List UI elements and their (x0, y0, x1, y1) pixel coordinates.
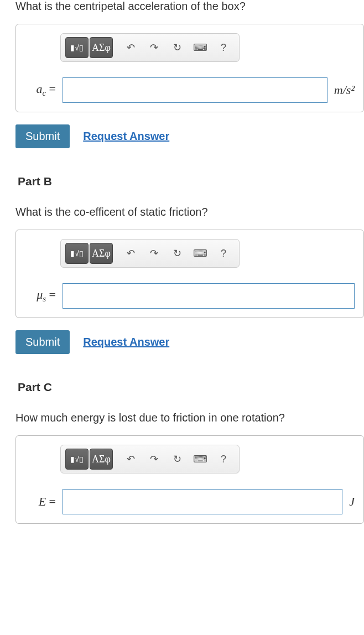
part-c-input[interactable] (63, 489, 342, 514)
keyboard-button[interactable]: ⌨ (189, 243, 211, 264)
sqrt-icon: ▮√▯ (70, 249, 84, 257)
template-button[interactable]: ▮√▯ (65, 37, 89, 58)
reset-button[interactable]: ↻ (166, 449, 188, 470)
undo-button[interactable]: ↶ (119, 449, 142, 470)
part-b-question: What is the co-efficent of static fricti… (15, 206, 364, 218)
part-a-submit-row: Submit Request Answer (15, 124, 364, 148)
part-a-input-row: ac = m/s² (25, 77, 355, 103)
part-a-unit: m/s² (334, 83, 355, 97)
undo-button[interactable]: ↶ (119, 37, 142, 58)
redo-button[interactable]: ↷ (143, 37, 165, 58)
help-button[interactable]: ? (212, 243, 235, 264)
greek-button[interactable]: ΑΣφ (90, 37, 113, 58)
part-c-unit: J (349, 495, 355, 509)
part-b-submit-row: Submit Request Answer (15, 330, 364, 354)
template-button[interactable]: ▮√▯ (65, 243, 89, 264)
redo-button[interactable]: ↷ (143, 243, 165, 264)
part-c-section: Part C How much energy is lost due to fr… (15, 381, 364, 524)
part-b-section: Part B What is the co-efficent of static… (15, 175, 364, 354)
part-b-answer-box: ▮√▯ ΑΣφ ↶ ↷ ↻ ⌨ ? μs = (15, 230, 364, 318)
part-b-input[interactable] (63, 283, 355, 309)
part-b-var-label: μs = (25, 288, 56, 304)
template-button[interactable]: ▮√▯ (65, 449, 89, 470)
undo-button[interactable]: ↶ (119, 243, 142, 264)
part-a-var-label: ac = (25, 82, 56, 98)
part-a-request-answer-link[interactable]: Request Answer (83, 130, 169, 143)
reset-button[interactable]: ↻ (166, 243, 188, 264)
part-a-question: What is the centripetal acceleration of … (15, 0, 364, 13)
part-b-input-row: μs = (25, 283, 355, 309)
sqrt-icon: ▮√▯ (70, 455, 84, 463)
reset-button[interactable]: ↻ (166, 37, 188, 58)
part-c-var-label: E = (25, 495, 56, 509)
part-b-request-answer-link[interactable]: Request Answer (83, 336, 169, 348)
part-b-header: Part B (18, 175, 364, 188)
greek-button[interactable]: ΑΣφ (90, 243, 113, 264)
redo-button[interactable]: ↷ (143, 449, 165, 470)
help-button[interactable]: ? (212, 449, 235, 470)
part-a-answer-box: ▮√▯ ΑΣφ ↶ ↷ ↻ ⌨ ? ac = m/s² (15, 24, 364, 112)
part-b-toolbar: ▮√▯ ΑΣφ ↶ ↷ ↻ ⌨ ? (60, 239, 240, 268)
part-a-input[interactable] (63, 77, 327, 103)
part-c-toolbar: ▮√▯ ΑΣφ ↶ ↷ ↻ ⌨ ? (60, 445, 240, 473)
help-button[interactable]: ? (212, 37, 235, 58)
keyboard-button[interactable]: ⌨ (189, 37, 211, 58)
part-c-answer-box: ▮√▯ ΑΣφ ↶ ↷ ↻ ⌨ ? E = J (15, 435, 364, 524)
part-a-section: What is the centripetal acceleration of … (15, 0, 364, 148)
sqrt-icon: ▮√▯ (70, 44, 84, 51)
greek-button[interactable]: ΑΣφ (90, 449, 113, 470)
part-c-input-row: E = J (25, 489, 355, 514)
keyboard-button[interactable]: ⌨ (189, 449, 211, 470)
part-a-submit-button[interactable]: Submit (15, 124, 70, 148)
part-b-submit-button[interactable]: Submit (15, 330, 70, 354)
part-c-question: How much energy is lost due to friction … (15, 412, 364, 424)
part-c-header: Part C (18, 381, 364, 394)
part-a-toolbar: ▮√▯ ΑΣφ ↶ ↷ ↻ ⌨ ? (60, 33, 240, 62)
